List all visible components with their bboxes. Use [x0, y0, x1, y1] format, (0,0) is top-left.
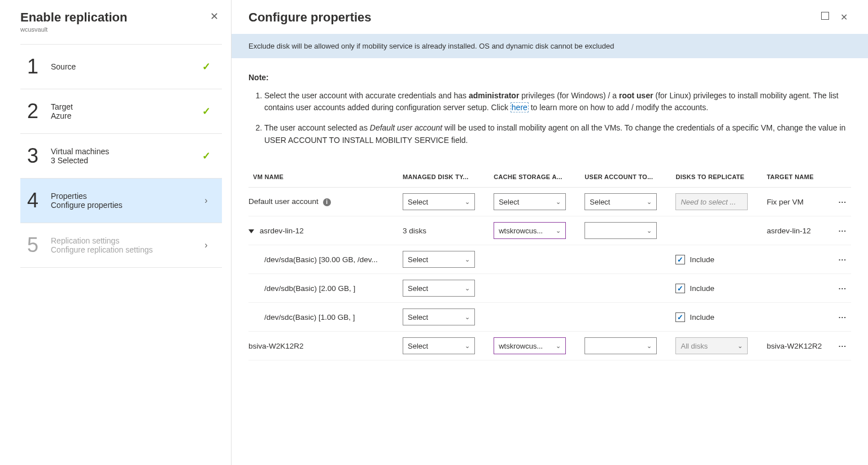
close-icon[interactable]: ✕: [837, 12, 851, 23]
checkbox-label: Include: [690, 313, 714, 321]
disk-name: /dev/sdc(Basic) [1.00 GB, ]: [248, 313, 394, 321]
expand-icon[interactable]: [248, 229, 254, 233]
note-text: privileges (for Windows) / a: [519, 91, 619, 100]
cache-storage-select[interactable]: Select⌄: [494, 193, 566, 210]
more-actions-icon[interactable]: ···: [839, 284, 847, 293]
step-label: Virtual machines: [51, 147, 196, 156]
wizard-step-virtual-machines[interactable]: 3 Virtual machines 3 Selected ✓: [20, 133, 222, 178]
more-actions-icon[interactable]: ···: [839, 255, 847, 264]
wizard-step-source[interactable]: 1 Source ✓: [20, 44, 222, 89]
disk-type-select[interactable]: Select⌄: [403, 193, 475, 210]
wizard-steps: 1 Source ✓ 2 Target Azure ✓ 3 Virtual ma…: [20, 44, 222, 268]
disk-name: /dev/sda(Basic) [30.00 GB, /dev...: [248, 255, 394, 264]
note-item-1: Select the user account with accurate cr…: [264, 90, 851, 114]
step-num: 1: [20, 55, 45, 79]
include-checkbox[interactable]: ✓Include: [675, 255, 714, 264]
table-row-disk: /dev/sdb(Basic) [2.00 GB, ] Select⌄ ✓Inc…: [248, 274, 851, 303]
select-label: Select: [408, 255, 428, 264]
select-value: wtskrowcus...: [499, 227, 543, 235]
check-icon: ✓: [202, 61, 211, 72]
wizard-step-target[interactable]: 2 Target Azure ✓: [20, 89, 222, 133]
more-actions-icon[interactable]: ···: [839, 227, 847, 235]
note-bold: root user: [619, 91, 653, 100]
chevron-down-icon: ⌄: [465, 198, 470, 206]
checkbox-icon: ✓: [675, 312, 685, 322]
info-icon[interactable]: i: [323, 198, 331, 206]
step-desc: Azure: [51, 111, 196, 120]
step-desc: 3 Selected: [51, 156, 196, 165]
step-desc: Configure replication settings: [51, 245, 196, 254]
target-name: Fix per VM: [762, 188, 834, 216]
disk-type-select[interactable]: Select⌄: [403, 337, 475, 354]
select-label: Select: [408, 342, 428, 350]
main-panel: Configure properties ✕ Exclude disk will…: [232, 0, 868, 465]
step-num: 5: [20, 233, 45, 257]
select-label: Select: [499, 198, 519, 206]
disk-name: /dev/sdb(Basic) [2.00 GB, ]: [248, 284, 394, 293]
close-icon[interactable]: ✕: [207, 10, 222, 23]
sidebar-title: Enable replication: [20, 10, 128, 25]
chevron-down-icon: ⌄: [738, 342, 743, 350]
col-cache: CACHE STORAGE A...: [489, 163, 580, 188]
chevron-down-icon: ⌄: [556, 342, 561, 350]
more-actions-icon[interactable]: ···: [839, 313, 847, 321]
step-label: Source: [51, 62, 196, 71]
table-row-default: Default user account i Select⌄ Select⌄ S…: [248, 188, 851, 216]
chevron-right-icon: ›: [204, 240, 207, 250]
more-actions-icon[interactable]: ···: [839, 342, 847, 350]
table-row-disk: /dev/sdc(Basic) [1.00 GB, ] Select⌄ ✓Inc…: [248, 303, 851, 332]
select-label: Select: [408, 284, 428, 293]
step-label: Target: [51, 102, 196, 111]
user-account-select[interactable]: ⌄: [585, 337, 657, 354]
disk-type-select[interactable]: Select⌄: [403, 251, 475, 268]
note-item-2: The user account selected as Default use…: [264, 122, 851, 146]
disks-to-replicate-select[interactable]: All disks⌄: [675, 337, 748, 354]
col-disks: DISKS TO REPLICATE: [671, 163, 762, 188]
step-num: 3: [20, 144, 45, 168]
target-name: asrdev-lin-12: [762, 216, 834, 245]
vm-name: bsiva-W2K12R2: [248, 332, 398, 360]
select-value: wtskrowcus...: [499, 342, 543, 350]
cache-storage-select[interactable]: wtskrowcus...⌄: [494, 222, 566, 239]
select-label: Select: [408, 198, 428, 206]
col-user: USER ACCOUNT TO...: [580, 163, 671, 188]
step-label: Replication settings: [51, 236, 196, 245]
wizard-step-properties[interactable]: 4 Properties Configure properties ›: [20, 178, 222, 223]
vm-properties-table: VM NAME MANAGED DISK TY... CACHE STORAGE…: [248, 163, 851, 360]
user-account-select[interactable]: Select⌄: [585, 193, 657, 210]
sidebar-subtitle: wcusvault: [20, 26, 128, 33]
disk-type-select[interactable]: Select⌄: [403, 280, 475, 297]
chevron-down-icon: ⌄: [647, 342, 652, 350]
chevron-down-icon: ⌄: [465, 256, 470, 263]
select-placeholder: Need to select ...: [681, 198, 736, 206]
note-text: The user account selected as: [264, 123, 370, 132]
table-row-disk: /dev/sda(Basic) [30.00 GB, /dev... Selec…: [248, 245, 851, 274]
checkbox-icon: ✓: [675, 284, 685, 293]
learn-more-link[interactable]: here: [511, 102, 529, 112]
checkbox-icon: ✓: [675, 255, 685, 264]
table-row-vm1: asrdev-lin-12 3 disks wtskrowcus...⌄ ⌄ a…: [248, 216, 851, 245]
step-desc: Configure properties: [51, 201, 196, 210]
more-actions-icon[interactable]: ···: [839, 198, 847, 206]
target-name: bsiva-W2K12R2: [762, 332, 834, 360]
user-account-select[interactable]: ⌄: [585, 222, 657, 239]
chevron-right-icon: ›: [204, 195, 207, 205]
col-target: TARGET NAME: [762, 163, 834, 188]
disk-type-select[interactable]: Select⌄: [403, 308, 475, 325]
maximize-icon[interactable]: [821, 12, 829, 20]
cache-storage-select[interactable]: wtskrowcus...⌄: [494, 337, 566, 354]
select-label: Select: [408, 313, 428, 321]
chevron-down-icon: ⌄: [647, 198, 652, 206]
disks-to-replicate-select: Need to select ...: [675, 193, 748, 210]
include-checkbox[interactable]: ✓Include: [675, 284, 714, 293]
checkbox-label: Include: [690, 255, 714, 264]
include-checkbox[interactable]: ✓Include: [675, 312, 714, 322]
chevron-down-icon: ⌄: [465, 314, 470, 321]
info-banner: Exclude disk will be allowed only if mob…: [232, 34, 868, 58]
note-title: Note:: [248, 72, 851, 84]
page-title: Configure properties: [248, 10, 372, 25]
step-num: 4: [20, 189, 45, 212]
default-user-label: Default user account: [248, 197, 319, 206]
select-label: Select: [590, 198, 610, 206]
check-icon: ✓: [202, 106, 211, 117]
